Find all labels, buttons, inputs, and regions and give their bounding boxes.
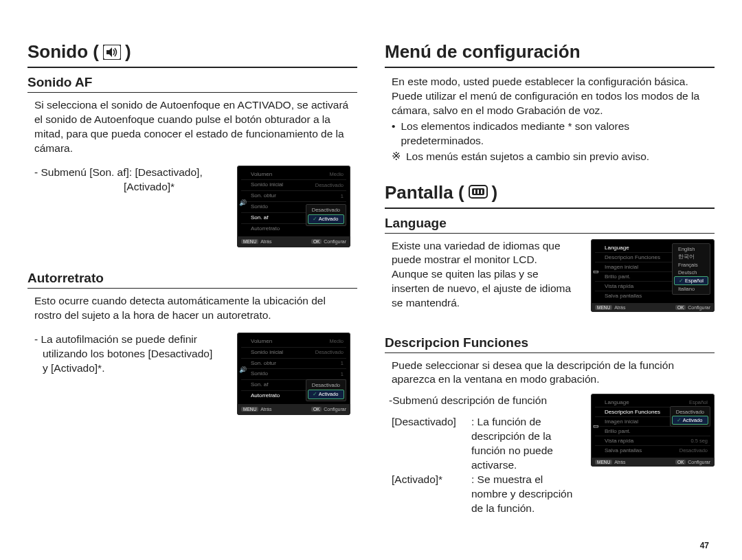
- menu-config-title: Menú de configuración: [385, 41, 715, 68]
- def-key-desactivado: [Desactivado]: [392, 415, 467, 473]
- lcd-popup: Desactivado✓Activado: [670, 406, 710, 427]
- lcd-menu-row: Vista rápida0.5 seg: [595, 436, 710, 445]
- language-body: Existe una variedad de idiomas que puede…: [385, 239, 581, 311]
- svg-rect-5: [477, 190, 479, 194]
- svg-marker-1: [106, 47, 112, 57]
- lcd-popup: Desactivado✓Activado: [306, 204, 346, 226]
- lcd-popup-option: 한국어: [674, 253, 708, 261]
- menu-config-bullet: • Los elementos indicados mediante * son…: [385, 120, 715, 148]
- lcd-descripcion: ▭ LanguageEspañolDescripcion FuncionesIm…: [591, 394, 715, 467]
- sonido-af-body: Si selecciona el sonido de Autoenfoque e…: [27, 98, 357, 156]
- sonido-af-submenu: - Submenú [Son. af]: [Desactivado], [Act…: [34, 166, 227, 194]
- sonido-af-sub2: [Activado]*: [34, 180, 227, 194]
- def-val-activado: : Se muestra el nombre y descripción de …: [471, 473, 581, 516]
- lcd-popup-option: ✓Activado: [308, 390, 344, 399]
- lcd-sonido-af: 🔊 VolumenMedioSonido inicialDesactivadoS…: [237, 166, 350, 248]
- language-title: Language: [385, 216, 715, 234]
- lcd-popup-option: ✓Activado: [672, 416, 708, 425]
- lcd-popup: Desactivado✓Activado: [306, 379, 346, 401]
- autorretrato-sub3: y [Activado]*.: [34, 361, 227, 376]
- lcd-menu-row: Sonido inicialDesactivado: [241, 179, 346, 190]
- lcd-autorretrato: 🔊 VolumenMedioSonido inicialDesactivadoS…: [237, 333, 350, 415]
- bullet-icon: •: [392, 120, 395, 148]
- display-icon: ▭: [593, 268, 599, 275]
- lcd-popup-option: Desactivado: [308, 206, 344, 214]
- reference-mark-icon: ※: [392, 150, 401, 164]
- lcd-footer: MENUAtrás OKConfigurar: [591, 303, 715, 312]
- sonido-title-close: ): [125, 41, 131, 63]
- descripcion-body: Puede seleccionar si desea que la descri…: [385, 359, 715, 388]
- def-val-desactivado: : La función de descripción de la funció…: [471, 415, 581, 473]
- descripcion-title: Descripcion Funciones: [385, 335, 715, 353]
- menu-config-body1: En este modo, usted puede establecer la …: [385, 75, 715, 89]
- descripcion-subhead: -Submenú descripción de función: [385, 394, 581, 408]
- lcd-footer: MENUAtrás OKConfigurar: [237, 236, 350, 247]
- lcd-language: ▭ LanguageDescripcion FuncionesImagen in…: [591, 239, 715, 312]
- lcd-popup: English한국어FrançaisDeutsch✓EspañolItalian…: [672, 243, 710, 295]
- sonido-af-sub1: - Submenú [Son. af]: [Desactivado],: [34, 166, 227, 180]
- autorretrato-title: Autorretrato: [27, 271, 357, 289]
- lcd-menu-row: VolumenMedio: [241, 337, 346, 347]
- pantalla-title-text: Pantalla (: [385, 182, 464, 203]
- display-icon: [469, 185, 488, 200]
- autorretrato-sub1: - La autofilmación se puede definir: [34, 333, 227, 347]
- autorretrato-sub2: utilizando los botones [Desactivado]: [34, 347, 227, 361]
- lcd-footer: MENUAtrás OKConfigurar: [237, 404, 350, 415]
- left-column: Sonido ( ) Sonido AF Si selecciona el so…: [27, 41, 357, 516]
- menu-config-body2: Puede utilizar el menú de configuración …: [385, 89, 715, 118]
- lcd-menu-row: Salva pantallasDesactivado: [595, 445, 710, 455]
- sonido-title: Sonido ( ): [27, 41, 357, 68]
- display-icon: ▭: [593, 423, 599, 429]
- lcd-menu-row: Sonido1: [241, 368, 346, 379]
- autorretrato-submenu: - La autofilmación se puede definir util…: [34, 333, 227, 376]
- sound-icon: [103, 45, 121, 60]
- lcd-popup-option: Desactivado: [308, 381, 344, 390]
- lcd-popup-option: ✓Español: [674, 276, 708, 285]
- menu-config-note: ※ Los menús están sujetos a cambio sin p…: [385, 150, 715, 164]
- lcd-menu-row: Son. obtur1: [241, 358, 346, 369]
- page-number: 47: [700, 541, 709, 550]
- lcd-popup-option: ✓Activado: [308, 214, 344, 224]
- lcd-popup-option: Deutsch: [674, 269, 708, 276]
- pantalla-title: Pantalla ( ): [385, 182, 715, 209]
- sound-icon: 🔊: [239, 199, 247, 207]
- lcd-popup-option: English: [674, 245, 708, 253]
- sound-icon: 🔊: [239, 366, 247, 374]
- lcd-menu-row: VolumenMedio: [241, 170, 346, 180]
- lcd-menu-row: Son. obtur1: [241, 190, 346, 201]
- lcd-popup-option: Français: [674, 261, 708, 269]
- lcd-popup-option: Italiano: [674, 285, 708, 293]
- svg-rect-6: [481, 190, 482, 194]
- def-key-activado: [Activado]*: [392, 473, 467, 516]
- lcd-menu-row: Brillo pant.: [595, 426, 710, 436]
- autorretrato-body: Esto ocurre cuando detecta automáticamen…: [27, 294, 357, 323]
- lcd-popup-option: Desactivado: [672, 408, 708, 416]
- lcd-menu-row: Sonido inicialDesactivado: [241, 347, 346, 358]
- lcd-footer: MENUAtrás OKConfigurar: [591, 458, 715, 467]
- right-column: Menú de configuración En este modo, uste…: [385, 41, 715, 516]
- sonido-title-text: Sonido (: [27, 41, 99, 63]
- svg-rect-4: [474, 190, 475, 194]
- descripcion-definitions: [Desactivado] : La función de descripció…: [385, 415, 581, 515]
- sonido-af-title: Sonido AF: [27, 75, 357, 93]
- pantalla-title-close: ): [492, 182, 498, 203]
